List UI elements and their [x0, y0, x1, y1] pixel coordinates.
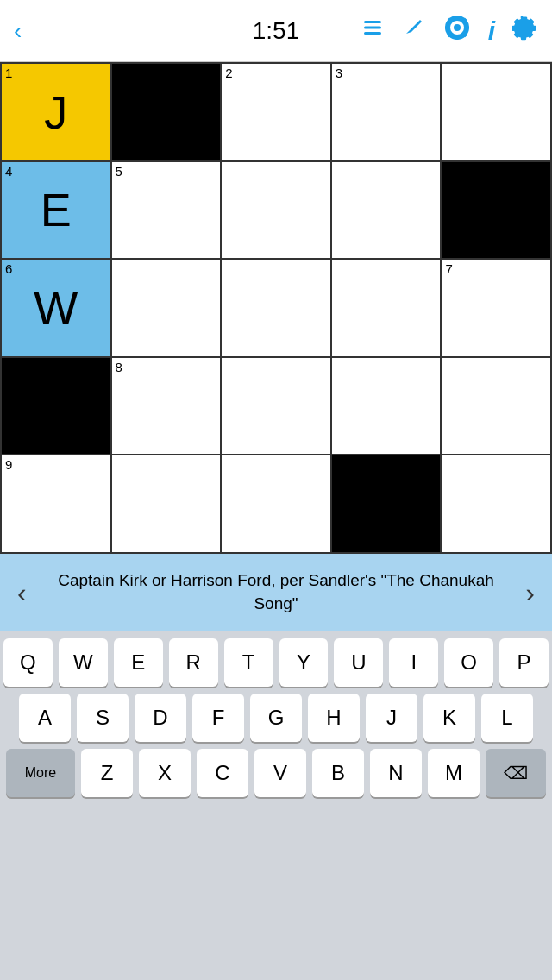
grid-cell[interactable]: 5 [112, 162, 223, 261]
key-o[interactable]: O [444, 638, 493, 687]
grid-cell[interactable]: 8 [112, 358, 223, 456]
delete-key[interactable]: ⌫ [486, 749, 546, 797]
grid-cell[interactable] [2, 358, 112, 456]
cell-number: 4 [5, 165, 12, 178]
grid-cell[interactable] [112, 455, 223, 554]
grid-cell[interactable] [442, 162, 552, 261]
grid-cell[interactable]: 2 [222, 64, 332, 162]
grid-cell[interactable]: 7 [442, 260, 552, 358]
grid-cell[interactable]: 6W [2, 260, 112, 358]
svg-rect-1 [364, 27, 381, 29]
app-header: ‹ 1:51 [0, 0, 552, 62]
svg-rect-0 [364, 21, 381, 23]
delete-icon: ⌫ [504, 763, 528, 783]
info-icon[interactable]: i [488, 16, 495, 46]
key-e[interactable]: E [114, 638, 163, 687]
cell-number: 7 [445, 262, 452, 275]
crossword-grid[interactable]: 1J234E56W789 [0, 62, 552, 554]
key-i[interactable]: I [389, 638, 438, 687]
cell-letter: W [34, 285, 78, 331]
cell-number: 9 [5, 458, 12, 471]
help-icon[interactable] [443, 14, 471, 47]
list-icon[interactable] [361, 16, 385, 46]
key-b[interactable]: B [312, 749, 364, 797]
grid-cell[interactable] [332, 260, 442, 358]
keyboard: QWERTYUIOP ASDFGHJKL More ZXCVBNM⌫ [0, 631, 552, 807]
svg-rect-2 [364, 32, 381, 35]
key-r[interactable]: R [169, 638, 218, 687]
svg-point-5 [454, 24, 461, 31]
next-clue-button[interactable]: › [518, 577, 542, 609]
grid-cell[interactable] [442, 64, 552, 162]
pencil-icon[interactable] [402, 16, 426, 46]
key-y[interactable]: Y [279, 638, 329, 687]
prev-clue-button[interactable]: ‹ [10, 577, 34, 609]
more-key[interactable]: More [6, 749, 75, 797]
cell-number: 5 [116, 165, 122, 178]
grid-cell[interactable]: 3 [332, 64, 442, 162]
key-j[interactable]: J [366, 694, 417, 742]
cell-number: 2 [225, 66, 232, 79]
grid-cell[interactable] [442, 455, 552, 554]
key-s[interactable]: S [77, 694, 129, 742]
key-f[interactable]: F [192, 694, 244, 742]
grid-cell[interactable] [222, 358, 332, 456]
key-m[interactable]: M [428, 749, 480, 797]
cell-letter: J [44, 89, 67, 135]
timer-display: 1:51 [253, 17, 300, 45]
keyboard-row-2: ASDFGHJKL [3, 694, 549, 742]
key-u[interactable]: U [334, 638, 383, 687]
key-h[interactable]: H [308, 694, 360, 742]
grid-cell[interactable]: 4E [2, 162, 112, 261]
clue-bar: ‹ Captain Kirk or Harrison Ford, per San… [0, 554, 552, 631]
key-p[interactable]: P [499, 638, 549, 687]
header-right: i [361, 14, 538, 47]
keyboard-row-3: More ZXCVBNM⌫ [3, 749, 549, 797]
key-a[interactable]: A [19, 694, 71, 742]
key-z[interactable]: Z [81, 749, 133, 797]
grid-cell[interactable] [442, 358, 552, 456]
grid-cell[interactable] [222, 260, 332, 358]
key-d[interactable]: D [135, 694, 186, 742]
key-g[interactable]: G [250, 694, 302, 742]
key-c[interactable]: C [197, 749, 248, 797]
key-x[interactable]: X [139, 749, 191, 797]
header-left: ‹ [14, 17, 22, 45]
grid-cell[interactable]: 1J [2, 64, 112, 162]
cell-number: 1 [5, 66, 12, 79]
grid-cell[interactable] [112, 64, 223, 162]
back-button[interactable]: ‹ [14, 17, 22, 45]
grid-cell[interactable] [222, 455, 332, 554]
key-k[interactable]: K [423, 694, 475, 742]
cell-number: 3 [336, 66, 342, 79]
grid-cell[interactable] [222, 162, 332, 261]
crossword-area: 1J234E56W789 [0, 62, 552, 554]
clue-text: Captain Kirk or Harrison Ford, per Sandl… [34, 569, 519, 615]
grid-cell[interactable] [332, 162, 442, 261]
key-n[interactable]: N [370, 749, 422, 797]
key-w[interactable]: W [59, 638, 108, 687]
grid-cell[interactable] [332, 455, 442, 554]
key-q[interactable]: Q [3, 638, 53, 687]
keyboard-row-1: QWERTYUIOP [3, 638, 549, 687]
cell-letter: E [41, 186, 72, 233]
grid-cell[interactable] [112, 260, 223, 358]
key-t[interactable]: T [224, 638, 273, 687]
grid-cell[interactable] [332, 358, 442, 456]
key-v[interactable]: V [254, 749, 306, 797]
cell-number: 8 [116, 361, 122, 374]
settings-icon[interactable] [512, 15, 538, 47]
key-l[interactable]: L [481, 694, 533, 742]
grid-cell[interactable]: 9 [2, 455, 112, 554]
cell-number: 6 [5, 262, 12, 275]
